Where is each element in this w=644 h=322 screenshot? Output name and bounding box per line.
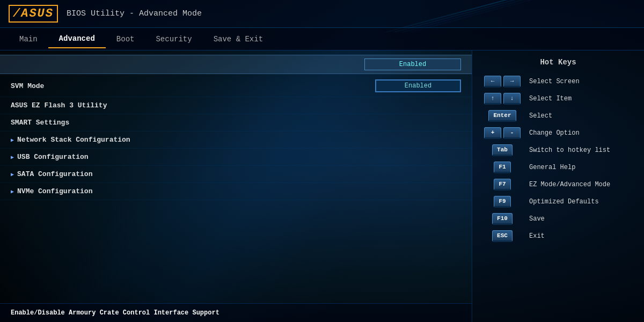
nvme-config-label: NVMe Configuration	[11, 187, 92, 195]
nvme-config-row[interactable]: NVMe Configuration	[0, 183, 472, 200]
nav-main[interactable]: Main	[9, 31, 48, 48]
svm-mode-row[interactable]: SVM Mode Enabled	[0, 75, 472, 97]
key-right-arrow: →	[503, 76, 521, 87]
hotkeys-title: Hot Keys	[472, 56, 644, 73]
nav-security[interactable]: Security	[145, 31, 202, 48]
nav-bar: Main Advanced Boot Security Save & Exit	[0, 28, 644, 50]
hotkey-f9: F9 Optimized Defaults	[472, 193, 644, 210]
smart-settings-label: SMART Settings	[11, 119, 69, 127]
network-stack-row[interactable]: Network Stack Configuration	[0, 131, 472, 149]
hotkey-enter-keys: Enter	[481, 110, 524, 122]
key-left-arrow: ←	[484, 76, 501, 87]
usb-config-row[interactable]: USB Configuration	[0, 149, 472, 166]
hotkey-f10: F10 Save	[472, 210, 644, 228]
hotkey-change-option-keys: + -	[481, 127, 524, 139]
hotkeys-panel: Hot Keys ← → Select Screen ↑ ↓ Select It…	[472, 50, 644, 322]
hotkey-f1: F1 General Help	[472, 159, 644, 176]
asus-logo: /ASUS	[9, 5, 58, 23]
sata-config-row[interactable]: SATA Configuration	[0, 166, 472, 183]
sata-config-label: SATA Configuration	[11, 170, 92, 178]
key-enter: Enter	[488, 110, 516, 122]
key-minus: -	[503, 127, 521, 139]
key-f1: F1	[494, 162, 511, 173]
key-esc: ESC	[492, 230, 513, 242]
hotkey-select-item-keys: ↑ ↓	[481, 93, 524, 105]
key-up-arrow: ↑	[484, 93, 501, 105]
key-down-arrow: ↓	[503, 93, 521, 105]
highlighted-value[interactable]: Enabled	[364, 58, 461, 70]
bios-title: BIOS Utility - Advanced Mode	[67, 9, 202, 18]
hotkey-f10-desc: Save	[529, 215, 545, 223]
left-panel: Enabled SVM Mode Enabled ASUS EZ Flash 3…	[0, 50, 472, 322]
hotkey-f7-desc: EZ Mode/Advanced Mode	[529, 181, 610, 188]
nav-boot[interactable]: Boot	[106, 31, 145, 48]
key-f9: F9	[494, 196, 511, 208]
ez-flash-label: ASUS EZ Flash 3 Utility	[11, 101, 107, 109]
nav-advanced[interactable]: Advanced	[48, 30, 106, 48]
hotkey-select-screen-keys: ← →	[481, 76, 524, 87]
nav-save-exit[interactable]: Save & Exit	[203, 31, 274, 48]
ez-flash-row[interactable]: ASUS EZ Flash 3 Utility	[0, 97, 472, 114]
network-stack-label: Network Stack Configuration	[11, 136, 130, 144]
hotkey-select-item: ↑ ↓ Select Item	[472, 90, 644, 107]
hotkey-change-option: + - Change Option	[472, 125, 644, 142]
hotkey-enter-desc: Select	[529, 112, 552, 120]
hotkey-f9-desc: Optimized Defaults	[529, 198, 599, 206]
hotkey-f7-keys: F7	[481, 179, 524, 191]
key-f7: F7	[494, 179, 511, 191]
usb-config-label: USB Configuration	[11, 153, 89, 161]
svm-mode-label: SVM Mode	[11, 82, 44, 90]
footer-description: Enable/Disable Armoury Crate Control Int…	[0, 303, 472, 322]
hotkey-enter: Enter Select	[472, 107, 644, 125]
key-plus: +	[484, 127, 501, 139]
key-f10: F10	[492, 213, 513, 225]
hotkey-f7: F7 EZ Mode/Advanced Mode	[472, 176, 644, 193]
hotkey-esc: ESC Exit	[472, 228, 644, 245]
hotkey-f1-keys: F1	[481, 162, 524, 173]
hotkey-f1-desc: General Help	[529, 164, 575, 171]
main-content: Enabled SVM Mode Enabled ASUS EZ Flash 3…	[0, 50, 644, 322]
hotkey-esc-keys: ESC	[481, 230, 524, 242]
hotkey-tab-desc: Switch to hotkey list	[529, 147, 610, 154]
hotkey-esc-desc: Exit	[529, 232, 545, 240]
hotkey-f10-keys: F10	[481, 213, 524, 225]
hotkey-select-screen-desc: Select Screen	[529, 78, 580, 85]
hotkey-tab-keys: Tab	[481, 144, 524, 156]
smart-settings-row[interactable]: SMART Settings	[0, 114, 472, 131]
hotkey-tab: Tab Switch to hotkey list	[472, 142, 644, 159]
highlighted-row[interactable]: Enabled	[0, 55, 472, 74]
hotkey-select-item-desc: Select Item	[529, 95, 572, 103]
key-tab: Tab	[492, 144, 513, 156]
header: /ASUS BIOS Utility - Advanced Mode	[0, 0, 644, 28]
hotkey-f9-keys: F9	[481, 196, 524, 208]
svm-mode-value[interactable]: Enabled	[375, 79, 461, 92]
settings-area: Enabled SVM Mode Enabled ASUS EZ Flash 3…	[0, 50, 472, 303]
hotkey-change-option-desc: Change Option	[529, 129, 580, 137]
hotkey-select-screen: ← → Select Screen	[472, 73, 644, 90]
